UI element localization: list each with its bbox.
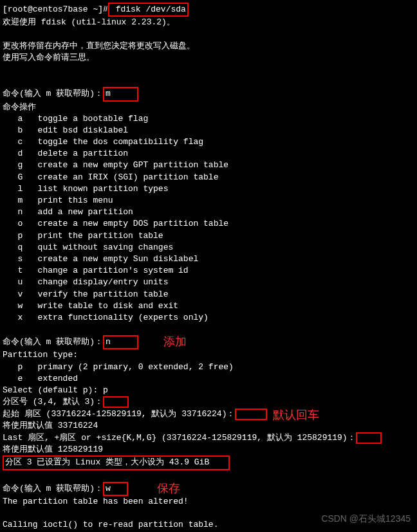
highlight-empty-input [235,408,267,420]
terminal-line: 命令(输入 m 获取帮助)：n 添加 [3,335,414,349]
fdisk-menu-item: b edit bsd disklabel [3,125,414,136]
fdisk-menu-item: l list known partition types [3,183,414,195]
fdisk-menu-item: p print the partition table [3,230,414,242]
watermark: CSDN @石头城12345 [321,513,411,526]
annotation-save: 保存 [157,481,180,497]
terminal-line: Partition type: [3,349,414,361]
highlight-empty-input [356,432,382,444]
terminal-line: 命令(输入 m 获取帮助)：m [3,87,414,101]
terminal-line: Last 扇区, +扇区 or +size{K,M,G} (33716224-1… [3,432,414,445]
terminal-line: p primary (2 primary, 0 extended, 2 free… [3,362,414,373]
fdisk-menu: a toggle a bootable flag b edit bsd disk… [3,113,414,324]
highlight-partition-result: 分区 3 已设置为 Linux 类型，大小设为 43.9 GiB [3,455,230,470]
terminal-line: [root@centos7base ~]# fdisk /dev/sda [3,3,414,17]
highlight-input-n: n [103,335,138,349]
terminal-line: 将使用默认值 125829119 [3,444,414,455]
terminal-line [3,324,414,335]
terminal-line: 欢迎使用 fdisk (util-linux 2.23.2)。 [3,17,414,28]
annotation-add: 添加 [163,334,187,350]
fdisk-menu-item: m print this menu [3,195,414,206]
fdisk-menu-item: n add a new partition [3,206,414,218]
terminal-line: 分区号 (3,4, 默认 3)： [3,396,414,408]
terminal-line: The partition table has been altered! [3,496,414,508]
terminal-line [3,75,414,87]
fdisk-menu-item: c toggle the dos compatibility flag [3,136,414,148]
terminal-line: 命令(输入 m 获取帮助)：w 保存 [3,482,414,496]
fdisk-menu-item: u change display/entry units [3,277,414,288]
fdisk-menu-item: G create an IRIX (SGI) partition table [3,172,414,183]
annotation-enter: 默认回车 [273,407,319,423]
highlight-input-w: w [103,482,128,496]
terminal-line: 起始 扇区 (33716224-125829119, 默认为 33716224)… [3,408,414,421]
fdisk-menu-item: x extra functionality (experts only) [3,312,414,324]
fdisk-menu-item: w write table to disk and exit [3,300,414,312]
fdisk-menu-item: q quit without saving changes [3,242,414,253]
terminal-line: 使用写入命令前请三思。 [3,52,414,64]
terminal-line: Select (default p): p [3,385,414,396]
highlight-input-m: m [103,87,138,101]
terminal-line: 分区 3 已设置为 Linux 类型，大小设为 43.9 GiB [3,455,414,470]
fdisk-menu-item: s create a new empty Sun disklabel [3,253,414,265]
fdisk-menu-item: v verify the partition table [3,289,414,300]
terminal-line: 将使用默认值 33716224 [3,420,414,432]
terminal-line: 命令操作 [3,102,414,113]
terminal-line [3,64,414,75]
highlight-empty-input [103,396,129,408]
fdisk-menu-item: t change a partition's system id [3,265,414,277]
fdisk-menu-item: o create a new empty DOS partition table [3,218,414,230]
highlight-command: fdisk /dev/sda [108,3,189,17]
fdisk-menu-item: d delete a partition [3,148,414,160]
terminal-line [3,28,414,40]
shell-prompt: [root@centos7base ~]# [3,5,108,14]
terminal-line: 更改将停留在内存中，直到您决定将更改写入磁盘。 [3,41,414,52]
fdisk-menu-item: g create a new empty GPT partition table [3,160,414,171]
terminal-line: e extended [3,373,414,385]
fdisk-menu-item: a toggle a bootable flag [3,113,414,125]
terminal-line [3,470,414,482]
